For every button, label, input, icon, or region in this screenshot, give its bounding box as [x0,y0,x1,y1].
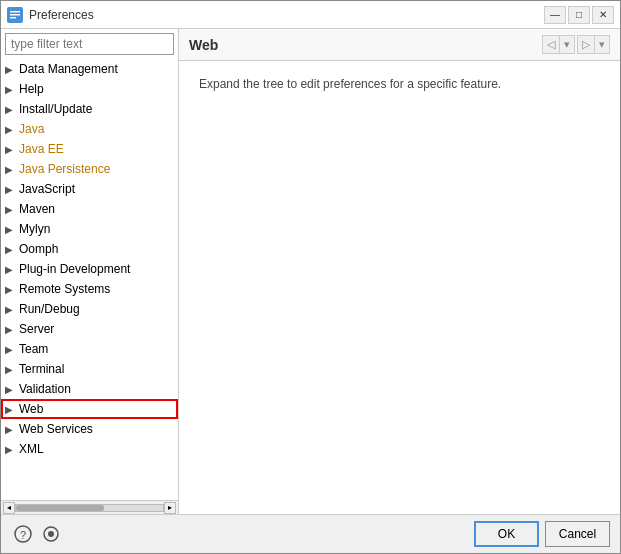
tree-item-label-oomph: Oomph [19,242,58,256]
tree-item-help[interactable]: ▶Help [1,79,178,99]
minimize-button[interactable]: — [544,6,566,24]
tree-item-remote-systems[interactable]: ▶Remote Systems [1,279,178,299]
right-content: Expand the tree to edit preferences for … [179,61,620,514]
tree-item-maven[interactable]: ▶Maven [1,199,178,219]
tree-item-label-mylyn: Mylyn [19,222,50,236]
tree-item-label-web-services: Web Services [19,422,93,436]
tree-item-arrow-java-persistence: ▶ [5,164,19,175]
ok-button[interactable]: OK [474,521,539,547]
tree-item-arrow-plug-in-development: ▶ [5,264,19,275]
svg-point-7 [48,531,54,537]
tree-item-arrow-web-services: ▶ [5,424,19,435]
close-button[interactable]: ✕ [592,6,614,24]
tree-item-xml[interactable]: ▶XML [1,439,178,459]
bottom-left-buttons: ? [11,522,468,546]
tree-item-team[interactable]: ▶Team [1,339,178,359]
tree-item-arrow-validation: ▶ [5,384,19,395]
tree-item-arrow-install-update: ▶ [5,104,19,115]
svg-rect-1 [10,11,20,13]
preferences-window: Preferences — □ ✕ ▶Data Management▶Help▶… [0,0,621,554]
tree-item-arrow-remote-systems: ▶ [5,284,19,295]
right-panel: Web ◁ ▾ ▷ ▾ Expand the tree to edit pref… [179,29,620,514]
tree-item-arrow-run-debug: ▶ [5,304,19,315]
scroll-track[interactable] [15,504,164,512]
window-title: Preferences [29,8,544,22]
help-button[interactable]: ? [11,522,35,546]
tree-item-run-debug[interactable]: ▶Run/Debug [1,299,178,319]
tree-item-arrow-oomph: ▶ [5,244,19,255]
scroll-right-arrow[interactable]: ▸ [164,502,176,514]
tree-item-arrow-javascript: ▶ [5,184,19,195]
bottom-right-buttons: OK Cancel [474,521,610,547]
tree-item-label-server: Server [19,322,54,336]
bottom-bar: ? OK Cancel [1,514,620,553]
svg-rect-2 [10,14,20,16]
tree-item-arrow-server: ▶ [5,324,19,335]
tree-item-arrow-team: ▶ [5,344,19,355]
right-description: Expand the tree to edit preferences for … [199,77,501,91]
tree-area[interactable]: ▶Data Management▶Help▶Install/Update▶Jav… [1,59,178,500]
window-icon [7,7,23,23]
tree-item-data-management[interactable]: ▶Data Management [1,59,178,79]
tree-item-arrow-java-ee: ▶ [5,144,19,155]
tree-item-label-install-update: Install/Update [19,102,92,116]
tree-item-label-run-debug: Run/Debug [19,302,80,316]
back-button[interactable]: ◁ [543,36,560,53]
svg-rect-3 [10,17,16,19]
tree-item-arrow-terminal: ▶ [5,364,19,375]
horizontal-scrollbar[interactable]: ◂ ▸ [1,500,178,514]
tree-item-plug-in-development[interactable]: ▶Plug-in Development [1,259,178,279]
back-nav-group: ◁ ▾ [542,35,575,54]
tree-item-label-help: Help [19,82,44,96]
window-controls: — □ ✕ [544,6,614,24]
right-header: Web ◁ ▾ ▷ ▾ [179,29,620,61]
svg-text:?: ? [20,529,26,541]
tree-item-mylyn[interactable]: ▶Mylyn [1,219,178,239]
tree-item-label-web: Web [19,402,43,416]
tree-item-arrow-xml: ▶ [5,444,19,455]
tree-item-label-terminal: Terminal [19,362,64,376]
tree-item-arrow-java: ▶ [5,124,19,135]
tree-item-label-maven: Maven [19,202,55,216]
scroll-thumb[interactable] [16,505,104,511]
maximize-button[interactable]: □ [568,6,590,24]
tree-item-label-java: Java [19,122,44,136]
tree-item-server[interactable]: ▶Server [1,319,178,339]
tree-item-label-java-ee: Java EE [19,142,64,156]
tree-item-javascript[interactable]: ▶JavaScript [1,179,178,199]
tree-item-web-services[interactable]: ▶Web Services [1,419,178,439]
forward-nav-group: ▷ ▾ [577,35,610,54]
tree-item-label-data-management: Data Management [19,62,118,76]
tree-item-arrow-web: ▶ [5,404,19,415]
restore-defaults-button[interactable] [39,522,63,546]
tree-item-label-team: Team [19,342,48,356]
tree-item-terminal[interactable]: ▶Terminal [1,359,178,379]
tree-item-label-javascript: JavaScript [19,182,75,196]
nav-buttons: ◁ ▾ ▷ ▾ [542,35,610,54]
tree-item-java[interactable]: ▶Java [1,119,178,139]
tree-item-label-java-persistence: Java Persistence [19,162,110,176]
tree-item-java-ee[interactable]: ▶Java EE [1,139,178,159]
back-dropdown-button[interactable]: ▾ [560,36,574,53]
tree-item-validation[interactable]: ▶Validation [1,379,178,399]
forward-button[interactable]: ▷ [578,36,595,53]
forward-dropdown-button[interactable]: ▾ [595,36,609,53]
tree-item-web[interactable]: ▶Web [1,399,178,419]
tree-item-java-persistence[interactable]: ▶Java Persistence [1,159,178,179]
title-bar: Preferences — □ ✕ [1,1,620,29]
tree-item-arrow-mylyn: ▶ [5,224,19,235]
filter-input[interactable] [5,33,174,55]
cancel-button[interactable]: Cancel [545,521,610,547]
tree-item-oomph[interactable]: ▶Oomph [1,239,178,259]
tree-item-install-update[interactable]: ▶Install/Update [1,99,178,119]
left-panel: ▶Data Management▶Help▶Install/Update▶Jav… [1,29,179,514]
tree-item-label-remote-systems: Remote Systems [19,282,110,296]
tree-item-arrow-help: ▶ [5,84,19,95]
scroll-left-arrow[interactable]: ◂ [3,502,15,514]
tree-item-arrow-data-management: ▶ [5,64,19,75]
tree-item-arrow-maven: ▶ [5,204,19,215]
tree-item-label-xml: XML [19,442,44,456]
tree-item-label-validation: Validation [19,382,71,396]
main-area: ▶Data Management▶Help▶Install/Update▶Jav… [1,29,620,514]
tree-item-label-plug-in-development: Plug-in Development [19,262,130,276]
